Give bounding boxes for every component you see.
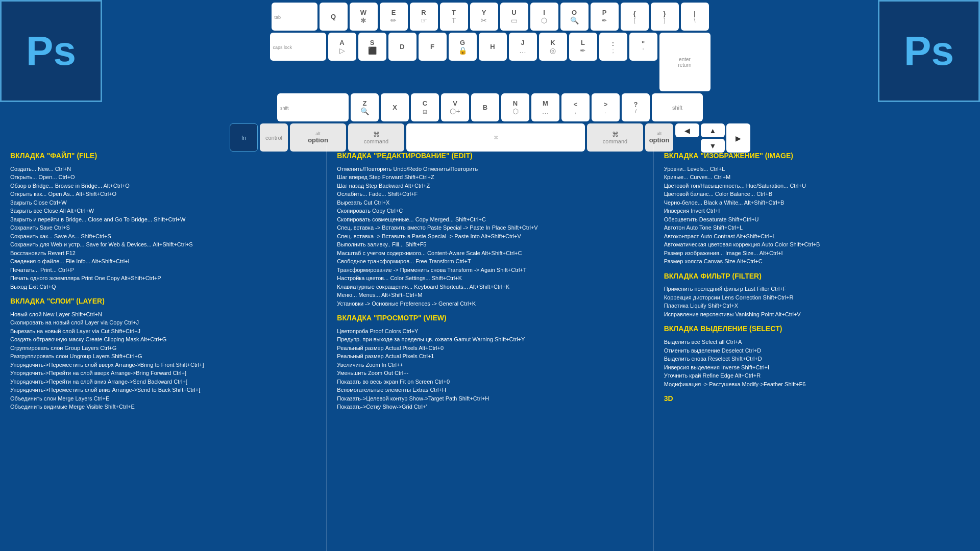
shortcut-select-2: Отменить выделение Deselect Ctrl+D [664,346,970,355]
keyboard-row-2: caps lock A ▷ S ⬛ D F G 🔒 H J … K ◎ [105,33,875,91]
key-tab[interactable]: tab [272,3,317,31]
shortcut-layer-4: Создать обтравочную маску Create Clippin… [10,335,316,344]
column-right: ВКЛАДКА "ИЗОБРАЖЕНИЕ" (IMAGE) Уровни.. L… [654,145,980,551]
shortcut-layer-10: Упорядочить->Переместить слой вниз Arran… [10,386,316,394]
key-d[interactable]: D [388,33,416,61]
shortcut-view-7: Показать во весь экран Fit on Screen Ctr… [337,378,643,386]
key-left[interactable]: ◀ [675,123,699,137]
key-g[interactable]: G 🔒 [449,33,477,61]
column-left: ВКЛАДКА "ФАЙЛ" (FILE) Создать... New... … [0,145,327,551]
shortcut-file-1: Создать... New... Ctrl+N [10,165,316,173]
key-j[interactable]: J … [509,33,537,61]
key-u[interactable]: U ▭ [500,3,528,31]
shortcut-file-5: Закрыть Close Ctrl+W [10,198,316,207]
shortcut-image-9: Автоконтраст Auto Contrast Alt+Shift+Ctr… [664,232,970,241]
section-title-3d: 3D [664,393,970,405]
section-title-view: ВКЛАДКА "ПРОСМОТР" (VIEW) [337,313,643,324]
column-middle: ВКЛАДКА "РЕДАКТИРОВАНИЕ" (EDIT) Отменить… [327,145,653,551]
shortcut-file-10: Сохранить для Web и устр... Save for Web… [10,240,316,249]
key-c[interactable]: C ⧈ [411,93,439,121]
key-slash[interactable]: ? / [622,93,650,121]
section-title-edit: ВКЛАДКА "РЕДАКТИРОВАНИЕ" (EDIT) [337,151,643,162]
shortcut-select-5: Уточнить край Refine Edge Alt+Ctrl+R [664,371,970,380]
key-bracket-r[interactable]: } ] [651,3,679,31]
shortcut-filter-1: Применить последний фильтр Last Filter C… [664,285,970,293]
key-x[interactable]: X [381,93,409,121]
keyboard-area: tab Q W ✱ E ✏ R ☞ T T Y ✂ [102,0,878,145]
key-z[interactable]: Z 🔍 [351,93,379,121]
shortcut-select-4: Инверсия выделения Inverse Shift+Ctrl+I [664,363,970,372]
key-bracket-l[interactable]: { [ [621,3,649,31]
shortcut-layer-12: Объединить видимые Merge Visible Shift+C… [10,403,316,411]
key-b[interactable]: B [471,93,499,121]
shortcut-view-6: Уменьшить Zoom Out Ctrl+- [337,369,643,378]
shortcut-layer-3: Вырезать на новый слой Layer via Cut Shi… [10,327,316,336]
shortcut-view-5: Увеличить Zoom In Ctrl++ [337,361,643,369]
shortcut-edit-14: Настройка цветов... Color Settings... Sh… [337,274,643,283]
shortcut-filter-4: Исправление перспективы Vanishing Point … [664,310,970,319]
shortcut-image-11: Размер изображения... Image Size... Alt+… [664,249,970,258]
section-title-filter: ВКЛАДКА ФИЛЬТР (FILTER) [664,271,970,282]
key-backslash[interactable]: | \ [681,3,709,31]
key-capslock[interactable]: caps lock [270,33,326,61]
shortcut-layer-8: Упорядочить->Перейти на слой вверх Arran… [10,369,316,378]
shortcut-file-12: Сведения о файле... File Info... Alt+Shi… [10,257,316,266]
key-r[interactable]: R ☞ [410,3,438,31]
key-y[interactable]: Y ✂ [470,3,498,31]
shortcut-file-8: Сохранить Save Ctrl+S [10,223,316,232]
bottom-section: ВКЛАДКА "ФАЙЛ" (FILE) Создать... New... … [0,145,980,551]
shortcut-image-4: Цветовой баланс... Color Balance... Ctrl… [664,190,970,198]
shortcut-file-13: Печатать... Print... Ctrl+P [10,266,316,274]
shortcut-layer-7: Упорядочить->Переместить слой вверх Arra… [10,361,316,369]
key-n[interactable]: N ⬡ [501,93,529,121]
key-k[interactable]: K ◎ [539,33,567,61]
shortcut-edit-7: Скопировать совмещенные... Copy Merged..… [337,215,643,224]
shortcut-filter-2: Коррекция дисторсии Lens Correction Shif… [664,293,970,302]
key-w[interactable]: W ✱ [350,3,378,31]
section-title-layer: ВКЛАДКА "СЛОИ" (LAYER) [10,296,316,307]
key-shift-r[interactable]: shift [652,93,703,121]
shortcut-view-4: Реальный размер Actual Pixels Ctrl+1 [337,352,643,361]
key-a[interactable]: A ▷ [328,33,356,61]
key-m[interactable]: M … [531,93,559,121]
key-o[interactable]: O 🔍 [560,3,589,31]
shortcut-layer-11: Объединить слои Merge Layers Ctrl+E [10,394,316,403]
shortcut-layer-6: Разгруппировать слои Ungroup Layers Shif… [10,352,316,361]
shortcut-view-8: Вспомогательные элементы Extras Ctrl+H [337,386,643,394]
key-i[interactable]: I ⬡ [530,3,558,31]
shortcut-file-9: Сохранить как... Save As... Shift+Ctrl+S [10,232,316,241]
section-title-file: ВКЛАДКА "ФАЙЛ" (FILE) [10,151,316,162]
section-title-image: ВКЛАДКА "ИЗОБРАЖЕНИЕ" (IMAGE) [664,151,970,162]
key-enter[interactable]: enter return [659,33,710,91]
key-e[interactable]: E ✏ [380,3,408,31]
shortcut-edit-5: Вырезать Cut Ctrl+X [337,198,643,207]
shortcut-layer-9: Упорядочить->Перейти на слой вниз Arrang… [10,378,316,386]
key-v[interactable]: V ⬡+ [441,93,469,121]
shortcut-image-5: Черно-белое... Black a White... Alt+Shif… [664,198,970,207]
section-title-select: ВКЛАДКА ВЫДЕЛЕНИЕ (SELECT) [664,323,970,335]
shortcut-image-7: Обесцветить Desaturate Shift+Ctrl+U [664,215,970,224]
key-semicolon[interactable]: : ; [599,33,627,61]
key-s[interactable]: S ⬛ [358,33,386,61]
shortcut-edit-15: Клавиатурные сокращения... Keyboard Shor… [337,283,643,291]
key-comma[interactable]: < , [561,93,590,121]
shortcut-edit-3: Шаг назад Step Backward Alt+Ctrl+Z [337,182,643,190]
shortcut-edit-12: Свободное трансформиров... Free Transfor… [337,257,643,266]
key-quote[interactable]: " ' [629,33,657,61]
shortcut-edit-13: Трансформирование -> Применить снова Tra… [337,266,643,274]
key-f[interactable]: F [419,33,447,61]
key-p[interactable]: P ✒ [591,3,619,31]
ps-logo-left: Ps [0,0,102,102]
key-shift-l[interactable]: shift [277,93,349,121]
shortcut-select-1: Выделить всё Select all Ctrl+A [664,338,970,346]
key-h[interactable]: H [479,33,507,61]
shortcut-image-2: Кривые... Curves... Ctrl+M [664,173,970,182]
shortcut-edit-6: Скопировать Copy Ctrl+C [337,207,643,215]
key-l[interactable]: L ✒ [569,33,597,61]
shortcut-view-3: Реальный размер Actual Pixels Alt+Ctrl+0 [337,344,643,353]
key-q[interactable]: Q [320,3,348,31]
shortcut-edit-10: Выполнить заливку.. Fill... Shift+F5 [337,240,643,249]
key-up[interactable]: ▲ [701,123,725,137]
key-t[interactable]: T T [440,3,468,31]
key-period[interactable]: > . [592,93,620,121]
